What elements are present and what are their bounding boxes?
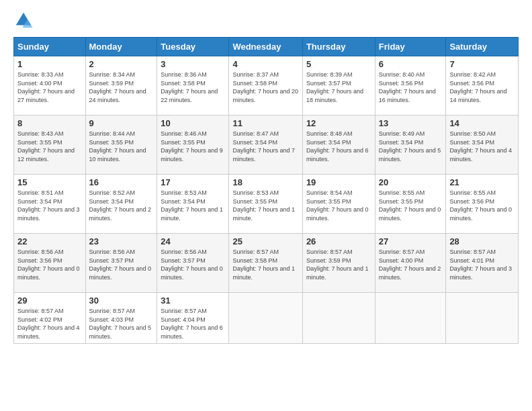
day-number: 20 [379, 177, 443, 187]
day-number: 6 [379, 59, 443, 69]
calendar-cell: 7 Sunrise: 8:42 AMSunset: 3:56 PMDayligh… [446, 56, 519, 116]
day-info: Sunrise: 8:40 AMSunset: 3:56 PMDaylight:… [379, 71, 436, 103]
day-info: Sunrise: 8:53 AMSunset: 3:54 PMDaylight:… [161, 189, 223, 222]
calendar-cell: 17 Sunrise: 8:53 AMSunset: 3:54 PMDaylig… [157, 175, 229, 234]
day-info: Sunrise: 8:56 AMSunset: 3:57 PMDaylight:… [161, 248, 223, 281]
calendar-cell: 23 Sunrise: 8:56 AMSunset: 3:57 PMDaylig… [85, 234, 157, 293]
day-number: 5 [306, 59, 371, 69]
calendar-week-3: 15 Sunrise: 8:51 AMSunset: 3:54 PMDaylig… [14, 175, 519, 234]
calendar-cell [302, 293, 375, 344]
day-info: Sunrise: 8:55 AMSunset: 3:55 PMDaylight:… [379, 189, 441, 222]
calendar-header-sunday: Sunday [14, 38, 86, 56]
day-number: 17 [161, 177, 225, 187]
calendar-header-wednesday: Wednesday [229, 38, 302, 56]
day-number: 13 [379, 118, 443, 128]
calendar-header-saturday: Saturday [446, 38, 519, 56]
day-number: 22 [17, 236, 82, 246]
day-info: Sunrise: 8:54 AMSunset: 3:55 PMDaylight:… [306, 189, 369, 222]
calendar-cell: 8 Sunrise: 8:43 AMSunset: 3:55 PMDayligh… [14, 116, 86, 175]
calendar-week-2: 8 Sunrise: 8:43 AMSunset: 3:55 PMDayligh… [14, 116, 519, 175]
day-info: Sunrise: 8:57 AMSunset: 4:00 PMDaylight:… [379, 248, 441, 281]
day-number: 29 [17, 295, 82, 306]
day-number: 9 [89, 118, 154, 128]
header [13, 10, 519, 30]
day-number: 16 [89, 177, 154, 187]
calendar-cell [446, 293, 519, 344]
day-info: Sunrise: 8:57 AMSunset: 4:04 PMDaylight:… [161, 308, 223, 340]
day-number: 31 [161, 295, 225, 306]
day-info: Sunrise: 8:57 AMSunset: 3:58 PMDaylight:… [232, 248, 295, 281]
calendar-week-5: 29 Sunrise: 8:57 AMSunset: 4:02 PMDaylig… [14, 293, 519, 344]
day-info: Sunrise: 8:57 AMSunset: 4:01 PMDaylight:… [449, 248, 512, 281]
calendar-table: SundayMondayTuesdayWednesdayThursdayFrid… [13, 37, 519, 344]
day-number: 12 [306, 118, 371, 128]
calendar-week-1: 1 Sunrise: 8:33 AMSunset: 4:00 PMDayligh… [14, 56, 519, 116]
calendar-cell: 13 Sunrise: 8:49 AMSunset: 3:54 PMDaylig… [375, 116, 446, 175]
calendar-header-tuesday: Tuesday [157, 38, 229, 56]
day-info: Sunrise: 8:51 AMSunset: 3:54 PMDaylight:… [17, 189, 80, 222]
calendar-cell: 19 Sunrise: 8:54 AMSunset: 3:55 PMDaylig… [302, 175, 375, 234]
day-info: Sunrise: 8:53 AMSunset: 3:55 PMDaylight:… [232, 189, 295, 222]
day-info: Sunrise: 8:50 AMSunset: 3:54 PMDaylight:… [449, 130, 512, 163]
day-number: 18 [232, 177, 298, 187]
day-info: Sunrise: 8:36 AMSunset: 3:58 PMDaylight:… [161, 71, 218, 103]
calendar-cell: 9 Sunrise: 8:44 AMSunset: 3:55 PMDayligh… [85, 116, 157, 175]
day-number: 7 [449, 59, 515, 69]
calendar-cell: 31 Sunrise: 8:57 AMSunset: 4:04 PMDaylig… [157, 293, 229, 344]
day-number: 8 [17, 118, 82, 128]
day-info: Sunrise: 8:52 AMSunset: 3:54 PMDaylight:… [89, 189, 152, 222]
day-info: Sunrise: 8:49 AMSunset: 3:54 PMDaylight:… [379, 130, 441, 163]
day-number: 26 [306, 236, 371, 246]
day-info: Sunrise: 8:39 AMSunset: 3:57 PMDaylight:… [306, 71, 363, 103]
calendar-cell: 22 Sunrise: 8:56 AMSunset: 3:56 PMDaylig… [14, 234, 86, 293]
calendar-cell: 28 Sunrise: 8:57 AMSunset: 4:01 PMDaylig… [446, 234, 519, 293]
calendar-header-monday: Monday [85, 38, 157, 56]
calendar-week-4: 22 Sunrise: 8:56 AMSunset: 3:56 PMDaylig… [14, 234, 519, 293]
calendar-header-friday: Friday [375, 38, 446, 56]
logo [13, 10, 35, 30]
day-number: 24 [161, 236, 225, 246]
calendar-cell: 14 Sunrise: 8:50 AMSunset: 3:54 PMDaylig… [446, 116, 519, 175]
calendar-cell: 21 Sunrise: 8:55 AMSunset: 3:56 PMDaylig… [446, 175, 519, 234]
day-info: Sunrise: 8:34 AMSunset: 3:59 PMDaylight:… [89, 71, 146, 103]
day-number: 19 [306, 177, 371, 187]
calendar-cell: 3 Sunrise: 8:36 AMSunset: 3:58 PMDayligh… [157, 56, 229, 116]
calendar-cell: 15 Sunrise: 8:51 AMSunset: 3:54 PMDaylig… [14, 175, 86, 234]
calendar-header-row: SundayMondayTuesdayWednesdayThursdayFrid… [14, 38, 519, 56]
day-number: 1 [17, 59, 82, 69]
calendar-cell: 6 Sunrise: 8:40 AMSunset: 3:56 PMDayligh… [375, 56, 446, 116]
calendar-cell: 18 Sunrise: 8:53 AMSunset: 3:55 PMDaylig… [229, 175, 302, 234]
calendar-cell: 4 Sunrise: 8:37 AMSunset: 3:58 PMDayligh… [229, 56, 302, 116]
day-number: 14 [449, 118, 515, 128]
day-info: Sunrise: 8:44 AMSunset: 3:55 PMDaylight:… [89, 130, 146, 163]
calendar-cell: 27 Sunrise: 8:57 AMSunset: 4:00 PMDaylig… [375, 234, 446, 293]
calendar-cell: 2 Sunrise: 8:34 AMSunset: 3:59 PMDayligh… [85, 56, 157, 116]
day-info: Sunrise: 8:55 AMSunset: 3:56 PMDaylight:… [449, 189, 512, 222]
day-info: Sunrise: 8:47 AMSunset: 3:54 PMDaylight:… [232, 130, 295, 163]
day-number: 21 [449, 177, 515, 187]
day-info: Sunrise: 8:57 AMSunset: 4:02 PMDaylight:… [17, 308, 80, 340]
logo-icon [13, 10, 34, 30]
day-number: 2 [89, 59, 154, 69]
calendar-cell: 16 Sunrise: 8:52 AMSunset: 3:54 PMDaylig… [85, 175, 157, 234]
day-info: Sunrise: 8:33 AMSunset: 4:00 PMDaylight:… [17, 71, 75, 103]
page: SundayMondayTuesdayWednesdayThursdayFrid… [0, 0, 532, 411]
day-number: 30 [89, 295, 154, 306]
day-info: Sunrise: 8:57 AMSunset: 3:59 PMDaylight:… [306, 248, 369, 281]
day-number: 10 [161, 118, 225, 128]
day-number: 15 [17, 177, 82, 187]
day-number: 28 [449, 236, 515, 246]
calendar-cell: 11 Sunrise: 8:47 AMSunset: 3:54 PMDaylig… [229, 116, 302, 175]
day-number: 27 [379, 236, 443, 246]
day-number: 11 [232, 118, 298, 128]
day-info: Sunrise: 8:57 AMSunset: 4:03 PMDaylight:… [89, 308, 152, 340]
day-info: Sunrise: 8:43 AMSunset: 3:55 PMDaylight:… [17, 130, 75, 163]
calendar-cell [375, 293, 446, 344]
calendar-cell: 1 Sunrise: 8:33 AMSunset: 4:00 PMDayligh… [14, 56, 86, 116]
calendar-header-thursday: Thursday [302, 38, 375, 56]
calendar-cell: 20 Sunrise: 8:55 AMSunset: 3:55 PMDaylig… [375, 175, 446, 234]
calendar-cell: 12 Sunrise: 8:48 AMSunset: 3:54 PMDaylig… [302, 116, 375, 175]
day-number: 4 [232, 59, 298, 69]
calendar-cell: 5 Sunrise: 8:39 AMSunset: 3:57 PMDayligh… [302, 56, 375, 116]
day-info: Sunrise: 8:48 AMSunset: 3:54 PMDaylight:… [306, 130, 369, 163]
